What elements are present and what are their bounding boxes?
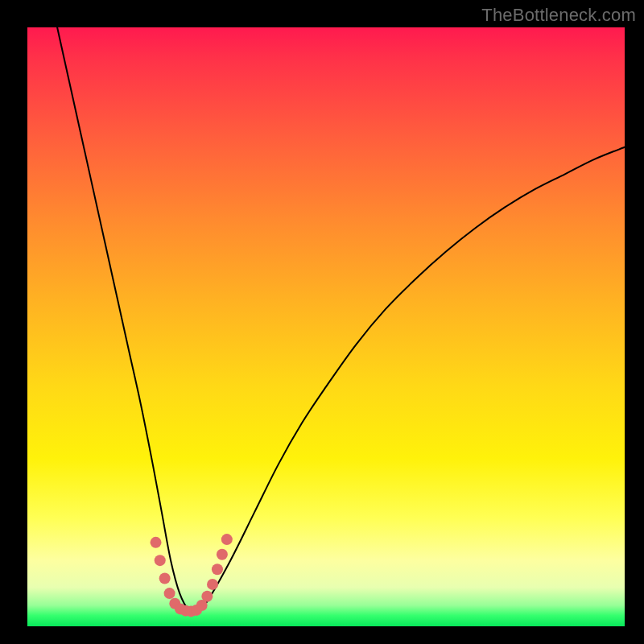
- watermark-text: TheBottleneck.com: [481, 5, 636, 26]
- marker-dot: [159, 572, 171, 584]
- plot-area: [27, 27, 625, 626]
- marker-dot: [207, 579, 218, 590]
- marker-dot: [201, 591, 213, 602]
- bottleneck-curve: [57, 27, 625, 612]
- marker-dot: [151, 537, 162, 548]
- v-bottom-markers: [151, 534, 233, 617]
- marker-dot: [217, 549, 228, 560]
- curve-svg: [27, 27, 625, 626]
- marker-dot: [155, 555, 166, 566]
- marker-dot: [164, 588, 175, 599]
- marker-dot: [221, 534, 233, 545]
- marker-dot: [212, 564, 223, 575]
- outer-frame: TheBottleneck.com: [0, 0, 644, 644]
